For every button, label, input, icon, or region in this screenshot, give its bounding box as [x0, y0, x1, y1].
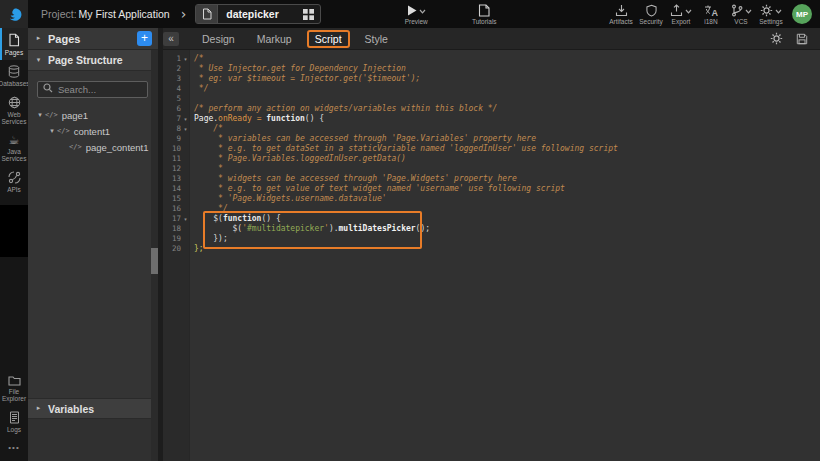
panel-scrollbar-thumb[interactable] — [151, 248, 158, 274]
rail-item-pages[interactable]: Pages — [0, 28, 28, 60]
code-line-12[interactable]: 12 * — [163, 163, 820, 173]
code-line-8[interactable]: 8▾ /* — [163, 123, 820, 133]
fold-toggle-icon[interactable]: ▾ — [181, 115, 190, 122]
variables-header[interactable]: ▸ Variables — [28, 398, 158, 419]
caret-down-icon-sm[interactable]: ▾ — [35, 111, 45, 119]
chevron-down-icon[interactable] — [745, 9, 752, 14]
chevron-down-icon[interactable] — [685, 9, 692, 14]
grid-icon[interactable] — [303, 9, 314, 20]
code-text: $(function() { — [194, 214, 281, 223]
security-button[interactable]: Security — [636, 0, 666, 28]
caret-down-icon-sm[interactable]: ▾ — [47, 127, 57, 135]
icon-row — [670, 3, 692, 17]
line-number: 12 — [163, 164, 181, 173]
tab-design[interactable]: Design — [191, 33, 246, 45]
variables-title: Variables — [48, 403, 94, 415]
tab-script[interactable]: Script — [307, 30, 350, 48]
fold-spacer — [181, 138, 190, 139]
add-page-button[interactable]: + — [137, 31, 152, 46]
code-text: * 'Page.Widgets.username.datavalue' — [194, 194, 387, 203]
rail-item-java-services[interactable]: ☕Java Services — [0, 129, 28, 166]
rail-item-logs[interactable]: Logs — [0, 406, 28, 437]
code-line-16[interactable]: 16 */ — [163, 203, 820, 213]
rail-item-web-services[interactable]: Web Services — [0, 91, 28, 129]
code-line-10[interactable]: 10 * e.g. to get dataSet in a staticVari… — [163, 143, 820, 153]
code-line-4[interactable]: 4 */ — [163, 83, 820, 93]
project-name: My First Application — [79, 8, 170, 20]
fold-spacer — [181, 198, 190, 199]
code-line-9[interactable]: 9 * variables can be accessed through 'P… — [163, 133, 820, 143]
code-line-19[interactable]: 19 }); — [163, 233, 820, 243]
open-page-tab[interactable]: datepicker — [195, 4, 321, 24]
code-line-6[interactable]: 6/* perform any action on widgets/variab… — [163, 103, 820, 113]
icon-row — [760, 3, 782, 17]
preview-button[interactable]: Preview — [401, 0, 431, 28]
rail-item-label: Web Services — [0, 111, 28, 125]
caret-down-icon-sm: ▾ — [35, 57, 42, 64]
code-line-17[interactable]: 17▾ $(function() { — [163, 213, 820, 223]
script-editor[interactable]: 1▾/*2 * Use Injector.get for Dependency … — [163, 50, 820, 461]
artifacts-button[interactable]: Artifacts — [606, 0, 636, 28]
tree-node-page_content1[interactable]: </>page_content1 — [28, 139, 158, 155]
tutorials-button[interactable]: Tutorials — [469, 0, 499, 28]
chevron-down-icon[interactable] — [775, 9, 782, 14]
fold-spacer — [181, 168, 190, 169]
fold-spacer — [181, 98, 190, 99]
gear-icon[interactable] — [770, 32, 783, 45]
fold-toggle-icon[interactable]: ▾ — [181, 125, 190, 132]
fold-toggle-icon[interactable]: ▾ — [181, 55, 190, 62]
search-icon — [43, 83, 53, 93]
line-number: 9 — [163, 134, 181, 143]
line-number: 6 — [163, 104, 181, 113]
wavemaker-logo[interactable] — [0, 0, 28, 28]
code-line-5[interactable]: 5 — [163, 93, 820, 103]
topbar-actions: ArtifactsSecurityExportAi18NVCSSettings — [606, 0, 786, 28]
export-button[interactable]: Export — [666, 0, 696, 28]
translate-icon: A — [704, 4, 718, 17]
tab-markup[interactable]: Markup — [246, 33, 303, 45]
chevron-down-icon[interactable] — [419, 9, 426, 14]
i18n-button[interactable]: Ai18N — [696, 0, 726, 28]
rail-item-apis[interactable]: APIs — [0, 166, 28, 197]
code-line-1[interactable]: 1▾/* — [163, 53, 820, 63]
rail-item-label: Logs — [7, 426, 21, 433]
code-line-14[interactable]: 14 * e.g. to get value of text widget na… — [163, 183, 820, 193]
code-text: * widgets can be accessed through 'Page.… — [194, 174, 517, 183]
rail-item-file-explorer[interactable]: File Explorer — [0, 370, 28, 406]
save-icon[interactable] — [796, 33, 808, 45]
fold-spacer — [181, 188, 190, 189]
code-line-20[interactable]: 20}; — [163, 243, 820, 253]
more-menu-button[interactable]: ••• — [0, 437, 28, 461]
editor-region: « DesignMarkupScriptStyle 1▾/*2 * Use In… — [158, 28, 820, 461]
pages-icon — [8, 33, 20, 47]
gear-icon — [760, 4, 773, 17]
fold-toggle-icon[interactable]: ▾ — [181, 215, 190, 222]
code-text: * variables can be accessed through 'Pag… — [194, 134, 536, 143]
tab-style[interactable]: Style — [354, 33, 399, 45]
code-line-18[interactable]: 18 $('#multidatepicker').multiDatesPicke… — [163, 223, 820, 233]
search-input[interactable] — [37, 81, 148, 98]
rail-item-databases[interactable]: Databases — [0, 60, 28, 91]
code-text: }; — [194, 244, 204, 253]
vcs-button[interactable]: VCS — [726, 0, 756, 28]
code-line-13[interactable]: 13 * widgets can be accessed through 'Pa… — [163, 173, 820, 183]
line-number: 17 — [163, 214, 181, 223]
line-number: 1 — [163, 54, 181, 63]
search-container — [28, 71, 158, 104]
code-line-7[interactable]: 7▾Page.onReady = function() { — [163, 113, 820, 123]
settings-button[interactable]: Settings — [756, 0, 786, 28]
code-line-15[interactable]: 15 * 'Page.Widgets.username.datavalue' — [163, 193, 820, 203]
user-avatar[interactable]: MP — [792, 4, 812, 24]
collapse-panel-icon[interactable]: « — [163, 32, 179, 46]
pages-panel-header[interactable]: ▸ Pages + — [28, 28, 158, 50]
tree-node-page1[interactable]: ▾</>page1 — [28, 107, 158, 123]
page-structure-header[interactable]: ▾ Page Structure — [28, 50, 158, 71]
tree-node-content1[interactable]: ▾</>content1 — [28, 123, 158, 139]
code-line-11[interactable]: 11 * Page.Variables.loggedInUser.getData… — [163, 153, 820, 163]
action-label: Artifacts — [609, 18, 632, 25]
page-structure-title: Page Structure — [48, 54, 123, 66]
code-line-3[interactable]: 3 * eg: var $timeout = Injector.get('$ti… — [163, 73, 820, 83]
code-lines: 1▾/*2 * Use Injector.get for Dependency … — [163, 50, 820, 253]
code-line-2[interactable]: 2 * Use Injector.get for Dependency Inje… — [163, 63, 820, 73]
action-label: Settings — [759, 18, 783, 25]
